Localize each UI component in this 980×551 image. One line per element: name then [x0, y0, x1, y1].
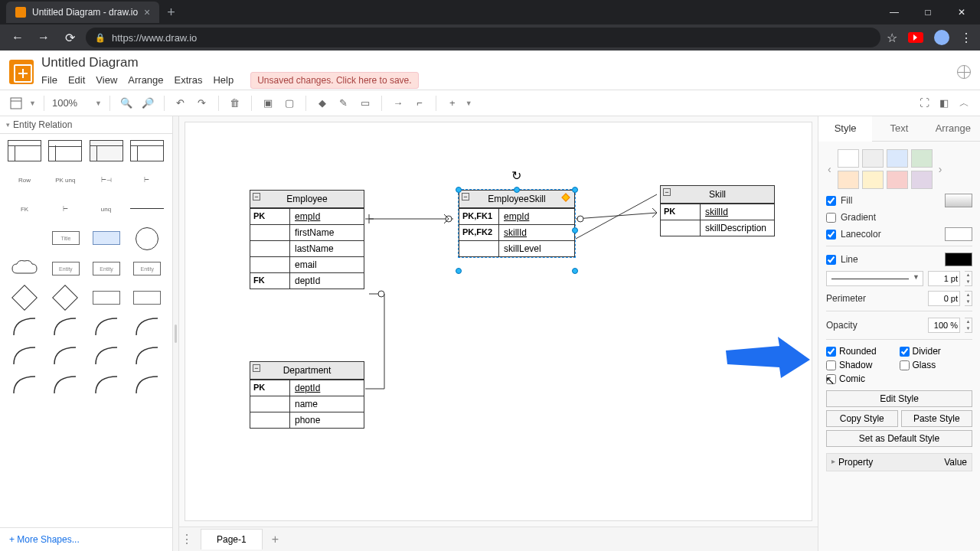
divider-checkbox[interactable]: [900, 347, 910, 357]
copy-style-button[interactable]: Copy Style: [826, 410, 898, 427]
connection-icon[interactable]: →: [390, 95, 407, 112]
shape-title[interactable]: Title: [52, 231, 80, 245]
shape-cloud[interactable]: [8, 258, 41, 279]
shadow-checkbox[interactable]: [826, 360, 836, 370]
shape-conn-4[interactable]: [130, 316, 164, 337]
bookmark-icon[interactable]: ☆: [887, 31, 897, 45]
glass-checkbox[interactable]: [900, 360, 910, 370]
shape-conn-2[interactable]: [48, 316, 82, 337]
shape-table-header[interactable]: [48, 140, 82, 161]
new-tab-button[interactable]: +: [159, 5, 183, 21]
selection-handle[interactable]: [456, 187, 462, 193]
shape-row-2[interactable]: PK unq: [48, 169, 82, 191]
to-back-icon[interactable]: ▢: [281, 95, 298, 112]
shape-row-5[interactable]: FK: [8, 198, 41, 220]
minimize-button[interactable]: —: [879, 2, 910, 23]
shape-note-1[interactable]: [93, 291, 120, 305]
set-default-style-button[interactable]: Set as Default Style: [826, 430, 972, 447]
line-color-button[interactable]: [945, 253, 972, 266]
add-page-button[interactable]: +: [263, 533, 288, 546]
selection-handle[interactable]: [572, 187, 578, 193]
shape-conn-9[interactable]: [8, 374, 41, 396]
shape-row-3[interactable]: ⊢⊣: [90, 169, 123, 191]
opacity-spinner[interactable]: ▲▼: [965, 318, 972, 333]
delete-icon[interactable]: 🗑: [227, 95, 243, 112]
format-panel-icon[interactable]: ◧: [936, 95, 952, 112]
back-button[interactable]: ←: [8, 31, 28, 44]
shape-table-4[interactable]: [130, 140, 164, 161]
browser-menu-icon[interactable]: ⋮: [960, 31, 972, 45]
waypoint-icon[interactable]: ⌐: [411, 95, 428, 112]
youtube-icon[interactable]: [908, 32, 923, 43]
language-icon[interactable]: [957, 65, 971, 79]
url-input[interactable]: 🔒 https://www.draw.io: [86, 28, 880, 47]
shape-row-6[interactable]: ⊢: [48, 198, 82, 220]
rounded-checkbox[interactable]: [826, 347, 836, 357]
selection-handle[interactable]: [456, 268, 462, 274]
reload-button[interactable]: ⟳: [60, 31, 80, 45]
shape-conn-11[interactable]: [90, 374, 123, 396]
swatch-next-icon[interactable]: ›: [937, 163, 944, 175]
shape-conn-8[interactable]: [130, 345, 164, 367]
shadow-icon[interactable]: ▭: [357, 95, 374, 112]
entity-skill[interactable]: −Skill PKskillId skillDescription: [660, 185, 775, 236]
shape-entity-1[interactable]: Entity: [52, 262, 80, 276]
perimeter-input[interactable]: [928, 291, 960, 306]
splitter-handle[interactable]: [173, 116, 179, 551]
perimeter-spinner[interactable]: ▲▼: [965, 291, 972, 306]
canvas[interactable]: −Employee PKempId firstName lastName ema…: [185, 122, 812, 520]
menu-file[interactable]: File: [41, 74, 57, 86]
swatch[interactable]: [887, 171, 908, 189]
fill-color-icon[interactable]: ◆: [314, 95, 331, 112]
line-width-input[interactable]: [928, 271, 960, 286]
edit-style-button[interactable]: Edit Style: [826, 390, 972, 407]
maximize-button[interactable]: □: [913, 2, 943, 23]
opacity-input[interactable]: [928, 318, 960, 333]
view-grid-icon[interactable]: [8, 95, 24, 112]
swatch-prev-icon[interactable]: ‹: [826, 163, 833, 175]
line-checkbox[interactable]: [826, 255, 836, 265]
shape-relation-2[interactable]: [48, 287, 82, 308]
sidebar-section-header[interactable]: Entity Relation: [0, 116, 172, 134]
shape-conn-12[interactable]: [130, 374, 164, 396]
entity-department[interactable]: −Department PKdeptId name phone: [250, 361, 364, 429]
shape-conn-5[interactable]: [8, 345, 41, 367]
collapse-icon[interactable]: ︿: [956, 95, 972, 112]
page-tab-1[interactable]: Page-1: [201, 529, 263, 549]
collapse-icon[interactable]: −: [663, 188, 671, 196]
shape-line[interactable]: [130, 208, 164, 210]
zoom-in-icon[interactable]: 🔍: [118, 95, 135, 112]
more-shapes-button[interactable]: + More Shapes...: [0, 527, 172, 551]
swatch[interactable]: [862, 149, 884, 168]
menu-arrange[interactable]: Arrange: [128, 74, 163, 86]
swatch[interactable]: [887, 149, 908, 168]
shape-entity-3[interactable]: Entity: [133, 262, 161, 276]
profile-avatar[interactable]: [934, 30, 949, 45]
page-menu-icon[interactable]: ⋮: [179, 532, 194, 546]
unsaved-notice[interactable]: Unsaved changes. Click here to save.: [250, 72, 418, 89]
shape-conn-7[interactable]: [90, 345, 123, 367]
shape-row-4[interactable]: ⊢: [130, 169, 164, 191]
fullscreen-icon[interactable]: ⛶: [916, 95, 933, 112]
swatch[interactable]: [911, 149, 933, 168]
zoom-out-icon[interactable]: 🔎: [139, 95, 156, 112]
property-header[interactable]: Property Value: [826, 453, 972, 471]
lanecolor-checkbox[interactable]: [826, 230, 836, 240]
lanecolor-button[interactable]: [945, 227, 972, 241]
shape-row-7[interactable]: unq: [90, 198, 123, 220]
shape-title-blue[interactable]: [93, 231, 120, 245]
shape-relation-1[interactable]: [8, 287, 41, 308]
collapse-icon[interactable]: −: [253, 193, 260, 201]
tab-style[interactable]: Style: [818, 116, 872, 142]
shape-table[interactable]: [8, 140, 41, 161]
undo-icon[interactable]: ↶: [172, 95, 189, 112]
entity-employee[interactable]: −Employee PKempId firstName lastName ema…: [250, 190, 364, 289]
selection-handle[interactable]: [572, 227, 578, 233]
menu-help[interactable]: Help: [213, 74, 234, 86]
close-window-button[interactable]: ✕: [946, 2, 977, 23]
tab-text[interactable]: Text: [872, 116, 926, 141]
fill-checkbox[interactable]: [826, 196, 836, 206]
collapse-icon[interactable]: −: [253, 364, 260, 372]
shape-attribute[interactable]: [136, 227, 158, 250]
shape-entity-2[interactable]: Entity: [93, 262, 120, 276]
